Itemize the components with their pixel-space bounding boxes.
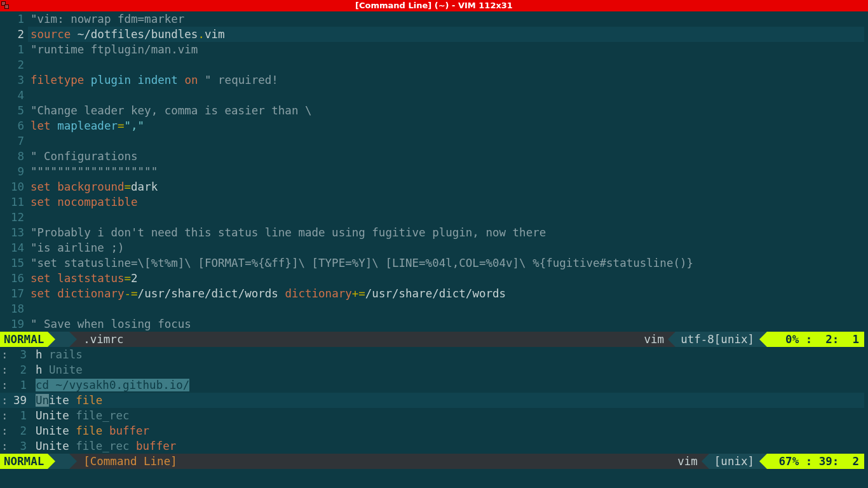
command-history-line[interactable]: :2h Unite xyxy=(0,362,864,377)
editor-line[interactable]: 4 xyxy=(0,88,864,103)
line-content[interactable]: "runtime ftplugin/man.vim xyxy=(28,42,864,57)
editor-line[interactable]: 6let mapleader="," xyxy=(0,118,864,133)
statusline-top: NORMAL .vimrc vim utf-8[unix] 0% : 2: 1 xyxy=(0,332,864,347)
editor-line[interactable]: 1"vim: nowrap fdm=marker xyxy=(0,11,864,27)
separator-icon xyxy=(69,454,77,469)
editor-line[interactable]: 1"runtime ftplugin/man.vim xyxy=(0,42,864,57)
editor-line[interactable]: 9""""""""""""""""""" xyxy=(0,164,864,179)
line-number: 11 xyxy=(0,194,28,210)
line-number: 8 xyxy=(0,149,28,164)
command-history-line[interactable]: :1cd ~/vysakh0.github.io/ xyxy=(0,377,864,393)
line-content[interactable]: "is airline ;) xyxy=(28,240,864,255)
line-number: 6 xyxy=(0,118,28,133)
line-content[interactable]: filetype plugin indent on " required! xyxy=(28,72,864,88)
filetype-indicator: vim xyxy=(641,332,668,347)
editor-line[interactable]: 2source ~/dotfiles/bundles.vim xyxy=(0,27,864,42)
terminal[interactable]: 1"vim: nowrap fdm=marker2source ~/dotfil… xyxy=(0,11,868,488)
command-history-line[interactable]: :1Unite file_rec xyxy=(0,408,864,423)
line-number: 1 xyxy=(0,11,28,27)
line-number: 3 xyxy=(0,72,28,88)
line-number: 14 xyxy=(0,240,28,255)
line-number: 9 xyxy=(0,164,28,179)
line-number: 15 xyxy=(0,255,28,271)
command-colon: : xyxy=(0,408,10,423)
command-colon: : xyxy=(0,423,10,438)
editor-line[interactable]: 5"Change leader key, comma is easier tha… xyxy=(0,103,864,118)
editor-line[interactable]: 12 xyxy=(0,210,864,225)
command-colon: : xyxy=(0,438,10,454)
separator-icon xyxy=(759,332,767,347)
separator-icon xyxy=(48,454,55,469)
line-content[interactable]: "vim: nowrap fdm=marker xyxy=(28,11,864,27)
command-line-window[interactable]: :3h rails:2h Unite:1cd ~/vysakh0.github.… xyxy=(0,347,864,454)
window-title: [Command Line] (~) - VIM 112x31 xyxy=(355,1,513,10)
command-history-line[interactable]: :2Unite file buffer xyxy=(0,423,864,438)
editor-line[interactable]: 10set background=dark xyxy=(0,179,864,194)
command-text[interactable]: h Unite xyxy=(28,362,864,377)
line-content[interactable] xyxy=(28,57,864,72)
command-history-line[interactable]: :3Unite file_rec buffer xyxy=(0,438,864,454)
command-text[interactable]: Unite file buffer xyxy=(28,423,864,438)
line-number: 10 xyxy=(0,179,28,194)
line-content[interactable]: "Change leader key, comma is easier than… xyxy=(28,103,864,118)
command-colon: : xyxy=(0,393,10,408)
editor-line[interactable]: 11set nocompatible xyxy=(0,194,864,210)
encoding-indicator: utf-8[unix] xyxy=(675,332,759,347)
line-content[interactable]: source ~/dotfiles/bundles.vim xyxy=(28,27,864,42)
editor-line[interactable]: 8" Configurations xyxy=(0,149,864,164)
line-number: 1 xyxy=(10,377,28,393)
editor-line[interactable]: 14"is airline ;) xyxy=(0,240,864,255)
encoding-indicator: [unix] xyxy=(709,454,759,469)
command-text[interactable]: Unite file_rec buffer xyxy=(28,438,864,454)
command-text[interactable]: Unite file xyxy=(28,393,864,408)
editor-line[interactable]: 15"set statusline=\[%t%m]\ [FORMAT=%{&ff… xyxy=(0,255,864,271)
line-content[interactable] xyxy=(28,210,864,225)
line-number: 3 xyxy=(10,438,28,454)
mode-indicator: NORMAL xyxy=(0,332,48,347)
line-number: 2 xyxy=(0,57,28,72)
command-text[interactable]: Unite file_rec xyxy=(28,408,864,423)
editor-pane[interactable]: 1"vim: nowrap fdm=marker2source ~/dotfil… xyxy=(0,11,864,332)
command-colon: : xyxy=(0,347,10,362)
position-indicator: 67% : 39: 2 xyxy=(767,454,864,469)
line-content[interactable]: """"""""""""""""""" xyxy=(28,164,864,179)
line-content[interactable]: "Probably i don't need this status line … xyxy=(28,225,864,240)
command-colon: : xyxy=(0,362,10,377)
line-content[interactable]: " Save when losing focus xyxy=(28,316,864,332)
command-history-line[interactable]: :39Unite file xyxy=(0,393,864,408)
editor-line[interactable]: 18 xyxy=(0,301,864,316)
line-number: 18 xyxy=(0,301,28,316)
line-content[interactable]: "set statusline=\[%t%m]\ [FORMAT=%{&ff}]… xyxy=(28,255,864,271)
line-number: 13 xyxy=(0,225,28,240)
editor-line[interactable]: 2 xyxy=(0,57,864,72)
line-number: 2 xyxy=(0,27,28,42)
editor-line[interactable]: 3filetype plugin indent on " required! xyxy=(0,72,864,88)
line-content[interactable]: set laststatus=2 xyxy=(28,271,864,286)
line-content[interactable]: " Configurations xyxy=(28,149,864,164)
command-text[interactable]: h rails xyxy=(28,347,864,362)
mode-indicator: NORMAL xyxy=(0,454,48,469)
command-history-line[interactable]: :3h rails xyxy=(0,347,864,362)
editor-line[interactable]: 13"Probably i don't need this status lin… xyxy=(0,225,864,240)
line-content[interactable]: let mapleader="," xyxy=(28,118,864,133)
editor-line[interactable]: 17set dictionary-=/usr/share/dict/words … xyxy=(0,286,864,301)
line-content[interactable]: set nocompatible xyxy=(28,194,864,210)
line-number: 1 xyxy=(0,42,28,57)
line-number: 4 xyxy=(0,88,28,103)
separator-icon xyxy=(702,454,709,469)
line-content[interactable] xyxy=(28,301,864,316)
vertical-scrollbar[interactable] xyxy=(864,11,868,488)
position-indicator: 0% : 2: 1 xyxy=(767,332,864,347)
editor-line[interactable]: 7 xyxy=(0,133,864,149)
editor-line[interactable]: 16set laststatus=2 xyxy=(0,271,864,286)
line-number: 16 xyxy=(0,271,28,286)
command-text[interactable]: cd ~/vysakh0.github.io/ xyxy=(28,377,864,393)
line-number: 1 xyxy=(10,408,28,423)
line-content[interactable] xyxy=(28,133,864,149)
line-content[interactable]: set background=dark xyxy=(28,179,864,194)
line-content[interactable] xyxy=(28,88,864,103)
line-number: 3 xyxy=(10,347,28,362)
line-content[interactable]: set dictionary-=/usr/share/dict/words di… xyxy=(28,286,864,301)
window-app-icon xyxy=(1,1,10,10)
editor-line[interactable]: 19" Save when losing focus xyxy=(0,316,864,332)
